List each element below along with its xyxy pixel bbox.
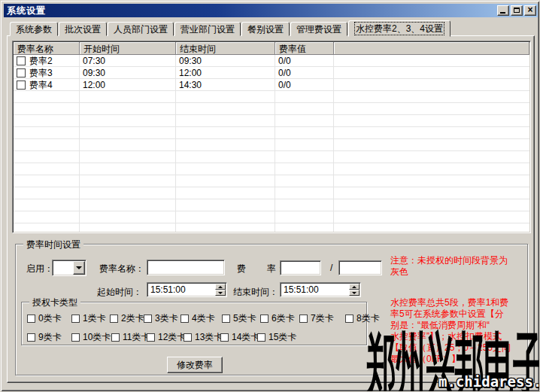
system-settings-window: 系统设置 × 系统参数 批次设置 人员部门设置 营业部门设置 餐别设置 管理费设…: [0, 0, 540, 392]
spin-up-button[interactable]: [349, 284, 359, 290]
cell-start-time: 09:30: [79, 68, 175, 78]
fee-label-part1: 费: [237, 263, 246, 275]
card-type-11[interactable]: 11类卡: [111, 331, 150, 344]
tab-water-rate-234[interactable]: 水控费率2、3、4设置: [348, 20, 451, 37]
card-type-6[interactable]: 6类卡: [260, 312, 295, 325]
card-type-14[interactable]: 14类卡: [220, 331, 259, 344]
arrow-down-icon: [352, 292, 356, 294]
spinner-buttons: [215, 284, 226, 296]
card-type-group-title: 授权卡类型: [29, 296, 80, 309]
spin-down-button[interactable]: [349, 290, 359, 296]
spin-down-button[interactable]: [215, 290, 226, 296]
rate-name-input[interactable]: [147, 260, 225, 275]
cell-rate-name: 费率3: [29, 67, 79, 80]
checkbox[interactable]: [260, 315, 268, 323]
checkbox[interactable]: [27, 315, 35, 323]
table-row[interactable]: 费率4 12:00 14:30 0/0: [14, 79, 529, 91]
table-row[interactable]: 费率3 09:30 12:00 0/0: [14, 67, 529, 79]
maximize-icon: [514, 8, 520, 13]
warning-note: 注意：未授权的时间段背景为 灰色: [390, 255, 508, 278]
cell-rate-value: 0/0: [275, 80, 333, 90]
close-button[interactable]: ×: [524, 5, 536, 16]
rate-time-settings-title: 费率时间设置: [23, 239, 83, 251]
end-time-spinner[interactable]: 15:51:00: [280, 282, 361, 297]
checkbox[interactable]: [110, 315, 118, 323]
maximize-button[interactable]: [511, 5, 523, 16]
enable-label: 启用：: [26, 263, 53, 275]
fee-numerator-input[interactable]: [280, 260, 321, 275]
spinner-buttons: [349, 284, 359, 296]
arrow-up-icon: [218, 286, 223, 288]
card-type-12[interactable]: 12类卡: [147, 331, 186, 344]
card-type-13[interactable]: 13类卡: [184, 331, 223, 344]
checkbox[interactable]: [220, 333, 229, 342]
column-header-start-time[interactable]: 开始时间: [80, 42, 176, 55]
window-controls: ×: [497, 5, 538, 16]
fee-denominator-input[interactable]: [338, 260, 382, 275]
fee-slash: /: [330, 263, 332, 273]
end-time-value: 15:51:00: [284, 284, 319, 295]
column-header-end-time[interactable]: 结束时间: [176, 42, 275, 55]
tab-meal-settings[interactable]: 餐别设置: [241, 22, 290, 36]
card-type-1[interactable]: 1类卡: [71, 312, 106, 325]
dropdown-button[interactable]: [73, 261, 85, 275]
checkbox[interactable]: [181, 315, 189, 323]
checkbox[interactable]: [144, 315, 152, 323]
card-type-7[interactable]: 7类卡: [299, 312, 334, 325]
rate-table[interactable]: 费率名称 开始时间 结束时间 费率值 费率2 07:30 09:30 0/0: [12, 41, 531, 233]
modify-rate-button[interactable]: 修改费率: [167, 357, 223, 373]
spin-up-button[interactable]: [215, 284, 226, 290]
cell-rate-value: 0/0: [275, 68, 333, 78]
start-time-value: 15:51:00: [150, 284, 186, 295]
table-row[interactable]: 费率2 07:30 09:30 0/0: [14, 55, 529, 67]
column-header-rate-value[interactable]: 费率值: [275, 42, 334, 55]
column-header-empty[interactable]: [334, 42, 529, 55]
cell-end-time: 12:00: [175, 68, 275, 78]
checkbox[interactable]: [222, 315, 230, 323]
checkbox[interactable]: [71, 315, 80, 323]
start-time-spinner[interactable]: 15:51:00: [147, 282, 227, 297]
checkbox[interactable]: [299, 315, 308, 323]
checkbox[interactable]: [27, 333, 35, 342]
card-type-15[interactable]: 15类卡: [257, 331, 296, 344]
checkbox[interactable]: [147, 333, 155, 342]
card-type-2[interactable]: 2类卡: [110, 312, 144, 325]
card-type-9[interactable]: 9类卡: [27, 331, 62, 344]
cell-end-time: 09:30: [175, 56, 275, 66]
end-time-label: 结束时间：: [233, 286, 278, 299]
cell-rate-name: 费率2: [29, 55, 79, 68]
checkbox[interactable]: [257, 333, 265, 342]
tab-system-params[interactable]: 系统参数: [10, 22, 58, 36]
row-checkbox[interactable]: [17, 56, 26, 65]
title-bar[interactable]: 系统设置 ×: [4, 4, 538, 17]
card-type-5[interactable]: 5类卡: [222, 312, 256, 325]
tab-admin-fee[interactable]: 管理费设置: [290, 22, 347, 36]
cell-start-time: 12:00: [79, 80, 175, 90]
card-type-4[interactable]: 4类卡: [181, 312, 215, 325]
checkbox[interactable]: [111, 333, 120, 342]
tab-business-dept[interactable]: 营业部门设置: [174, 22, 241, 36]
row-checkbox[interactable]: [17, 81, 26, 90]
tab-batch-settings[interactable]: 批次设置: [59, 22, 107, 36]
chevron-down-icon: [76, 266, 82, 269]
card-type-10[interactable]: 10类卡: [71, 331, 111, 344]
card-type-0[interactable]: 0类卡: [27, 312, 62, 325]
cell-rate-value: 0/0: [275, 56, 333, 66]
column-header-rate-name[interactable]: 费率名称: [14, 42, 80, 55]
checkbox[interactable]: [345, 315, 353, 323]
row-checkbox[interactable]: [17, 68, 26, 77]
card-type-group: 授权卡类型 0类卡 1类卡 2类卡 3类卡 4类卡 5类卡 6类卡 7类卡 8类…: [21, 302, 367, 345]
checkbox[interactable]: [71, 333, 80, 342]
cell-start-time: 07:30: [79, 56, 175, 66]
minimize-button[interactable]: [497, 5, 509, 16]
tab-personnel-dept[interactable]: 人员部门设置: [108, 22, 174, 36]
rate-table-header: 费率名称 开始时间 结束时间 费率值: [14, 42, 529, 55]
checkbox[interactable]: [184, 333, 192, 342]
card-type-3[interactable]: 3类卡: [144, 312, 178, 325]
start-time-label: 起始时间：: [97, 286, 142, 299]
cell-end-time: 14:30: [175, 80, 275, 90]
settings-tabstrip: 系统参数 批次设置 人员部门设置 营业部门设置 餐别设置 管理费设置 水控费率2…: [10, 20, 451, 36]
enable-dropdown[interactable]: [52, 260, 86, 276]
minimize-icon: [500, 12, 505, 14]
watermark-url: m.chidaress.com: [438, 373, 540, 390]
